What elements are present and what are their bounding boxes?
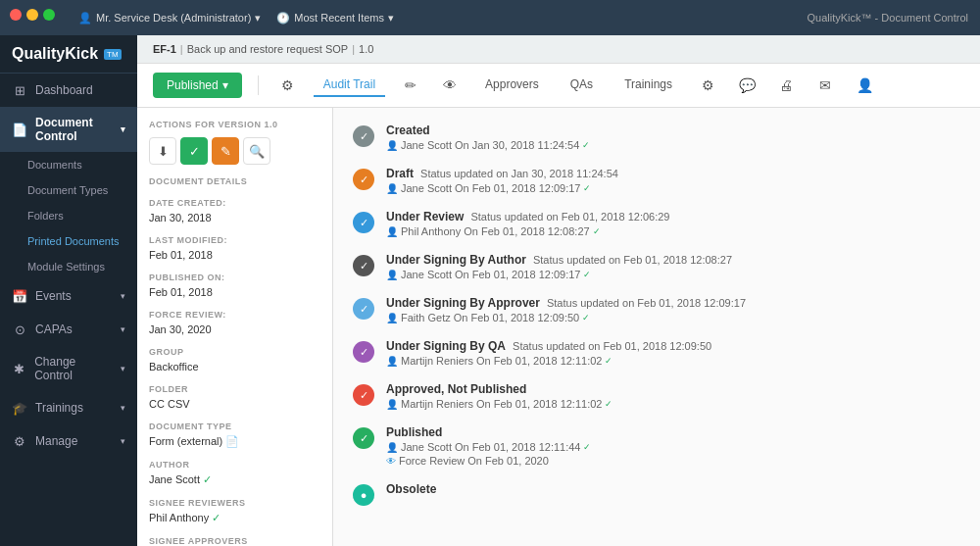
- audit-title-under-signing-author: Under Signing By Author Status updated o…: [386, 253, 960, 267]
- sidebar-item-document-control[interactable]: 📄 Document Control ▾: [0, 107, 137, 152]
- search-action-icon[interactable]: 🔍: [243, 137, 270, 165]
- audit-trail-panel: ✓ Created 👤 Jane Scott On Jan 30, 2018 1…: [333, 108, 980, 546]
- audit-person-published: 👤 Jane Scott On Feb 01, 2018 12:11:44 ✓: [386, 441, 960, 453]
- doc-type-label: DOCUMENT TYPE: [149, 422, 320, 431]
- audit-circle-approved-not-published: ✓: [353, 384, 374, 406]
- audit-title-under-review: Under Review Status updated on Feb 01, 2…: [386, 210, 960, 223]
- audit-circle-under-signing-approver: ✓: [353, 298, 374, 320]
- sidebar-item-events[interactable]: 📅 Events ▾: [0, 279, 137, 313]
- print-icon[interactable]: 🖨: [772, 72, 800, 99]
- published-button[interactable]: Published ▾: [153, 73, 242, 98]
- content-body: ACTIONS FOR VERSION 1.0 ⬇ ✓ ✎ 🔍 DOCUMENT…: [137, 108, 980, 546]
- person-icon: 👤: [386, 442, 398, 453]
- sidebar-item-document-types[interactable]: Document Types: [0, 177, 137, 203]
- audit-item-under-review: ✓ Under Review Status updated on Feb 01,…: [353, 210, 960, 237]
- sidebar-item-documents[interactable]: Documents: [0, 152, 137, 177]
- force-review-label: FORCE REVIEW:: [149, 310, 320, 320]
- verify-icon: ✓: [582, 313, 590, 323]
- audit-person-under-signing-qa: 👤 Martijn Reniers On Feb 01, 2018 12:11:…: [386, 355, 960, 367]
- reviewer-check-icon: ✓: [212, 512, 220, 523]
- audit-item-under-signing-qa: ✓ Under Signing By QA Status updated on …: [353, 339, 960, 367]
- eye-icon[interactable]: 👁: [436, 72, 464, 99]
- audit-circle-under-review: ✓: [353, 212, 374, 233]
- sidebar-item-change-control[interactable]: ✱ Change Control ▾: [0, 346, 137, 391]
- audit-content-published: Published 👤 Jane Scott On Feb 01, 2018 1…: [386, 425, 960, 467]
- published-on-value: Feb 01, 2018: [149, 286, 320, 298]
- breadcrumb-version: 1.0: [359, 43, 373, 55]
- recent-chevron-icon: ▾: [388, 12, 394, 25]
- audit-content-draft: Draft Status updated on Jan 30, 2018 11:…: [386, 167, 960, 194]
- edit-icon[interactable]: ✏: [397, 72, 424, 99]
- doc-header: Published ▾ ⚙ Audit Trail ✏ 👁 Approvers …: [137, 64, 980, 108]
- sidebar-item-trainings[interactable]: 🎓 Trainings ▾: [0, 391, 137, 424]
- sidebar-item-module-settings[interactable]: Module Settings: [0, 254, 137, 279]
- audit-title-approved-not-published: Approved, Not Published: [386, 382, 960, 396]
- sidebar-label-dashboard: Dashboard: [35, 83, 93, 97]
- folder-label: FOLDER: [149, 384, 320, 394]
- audit-person-under-review: 👤 Phil Anthony On Feb 01, 2018 12:08:27 …: [386, 225, 960, 237]
- user-label: Mr. Service Desk (Administrator): [96, 12, 251, 24]
- check-action-icon[interactable]: ✓: [180, 137, 208, 165]
- verify-icon: ✓: [583, 442, 591, 452]
- gear-icon[interactable]: ⚙: [694, 72, 721, 99]
- tab-trainings[interactable]: Trainings: [614, 74, 682, 97]
- app-title: QualityKick™ - Document Control: [808, 12, 968, 24]
- comment-icon[interactable]: 💬: [733, 72, 760, 99]
- actions-label: ACTIONS FOR VERSION 1.0: [149, 120, 320, 129]
- content-area: EF-1 | Back up and restore request SOP |…: [137, 35, 980, 546]
- events-chevron-icon: ▾: [121, 291, 125, 301]
- action-icons: ⬇ ✓ ✎ 🔍: [149, 137, 320, 165]
- email-icon[interactable]: ✉: [811, 72, 839, 99]
- last-modified-value: Feb 01, 2018: [149, 249, 320, 261]
- audit-circle-published: ✓: [353, 427, 374, 449]
- breadcrumb-doc-id: EF-1: [153, 43, 176, 55]
- logo-text: QualityKick: [12, 45, 98, 63]
- audit-item-created: ✓ Created 👤 Jane Scott On Jan 30, 2018 1…: [353, 124, 960, 151]
- audit-item-draft: ✓ Draft Status updated on Jan 30, 2018 1…: [353, 167, 960, 194]
- doc-type-value: Form (external) 📄: [149, 435, 320, 448]
- document-control-icon: 📄: [12, 122, 27, 137]
- eye-extra-icon: 👁: [386, 456, 396, 467]
- trainings-icon: 🎓: [12, 400, 27, 416]
- person-icon: 👤: [386, 270, 398, 280]
- breadcrumb: EF-1 | Back up and restore request SOP |…: [137, 35, 980, 64]
- folder-value: CC CSV: [149, 398, 320, 410]
- tab-audit-trail[interactable]: Audit Trail: [314, 74, 385, 97]
- window-minimize[interactable]: [26, 9, 38, 21]
- top-bar: 👤 Mr. Service Desk (Administrator) ▾ 🕐 M…: [0, 0, 980, 35]
- download-icon[interactable]: ⬇: [149, 137, 176, 165]
- audit-circle-obsolete: ●: [353, 484, 374, 506]
- tab-approvers[interactable]: Approvers: [475, 74, 549, 97]
- toolbar-divider-1: [258, 75, 259, 95]
- user-add-icon[interactable]: 👤: [851, 72, 878, 99]
- audit-circle-under-signing-author: ✓: [353, 255, 374, 276]
- audit-extra-published: 👁 Force Review On Feb 01, 2020: [386, 455, 960, 467]
- sidebar-item-capas[interactable]: ⊙ CAPAs ▾: [0, 313, 137, 346]
- sidebar-item-dashboard[interactable]: ⊞ Dashboard: [0, 74, 137, 107]
- audit-person-under-signing-author: 👤 Jane Scott On Feb 01, 2018 12:09:17 ✓: [386, 269, 960, 280]
- person-icon: 👤: [386, 313, 398, 323]
- events-icon: 📅: [12, 288, 27, 304]
- author-label: AUTHOR: [149, 460, 320, 470]
- user-menu[interactable]: 👤 Mr. Service Desk (Administrator) ▾: [78, 12, 261, 25]
- window-close[interactable]: [10, 9, 22, 21]
- audit-title-created: Created: [386, 124, 960, 137]
- verify-icon: ✓: [605, 399, 612, 409]
- audit-circle-created: ✓: [353, 125, 374, 147]
- published-label: Published: [167, 78, 219, 92]
- details-label: DOCUMENT DETAILS: [149, 176, 320, 186]
- sidebar-item-manage[interactable]: ⚙ Manage ▾: [0, 424, 137, 458]
- sidebar-label-manage: Manage: [35, 434, 77, 448]
- settings-icon[interactable]: ⚙: [274, 72, 302, 99]
- window-maximize[interactable]: [43, 9, 55, 21]
- signee-approvers-label: SIGNEE APPROVERS: [149, 536, 320, 546]
- breadcrumb-doc-name: Back up and restore request SOP: [187, 43, 348, 55]
- tab-qas[interactable]: QAs: [561, 74, 603, 97]
- edit-action-icon[interactable]: ✎: [212, 137, 239, 165]
- verify-icon: ✓: [583, 270, 591, 279]
- published-chevron-icon: ▾: [222, 78, 228, 92]
- sidebar-item-printed-documents[interactable]: Printed Documents: [0, 228, 137, 254]
- verify-icon: ✓: [583, 183, 591, 193]
- sidebar-item-folders[interactable]: Folders: [0, 203, 137, 228]
- recent-menu[interactable]: 🕐 Most Recent Items ▾: [276, 12, 394, 25]
